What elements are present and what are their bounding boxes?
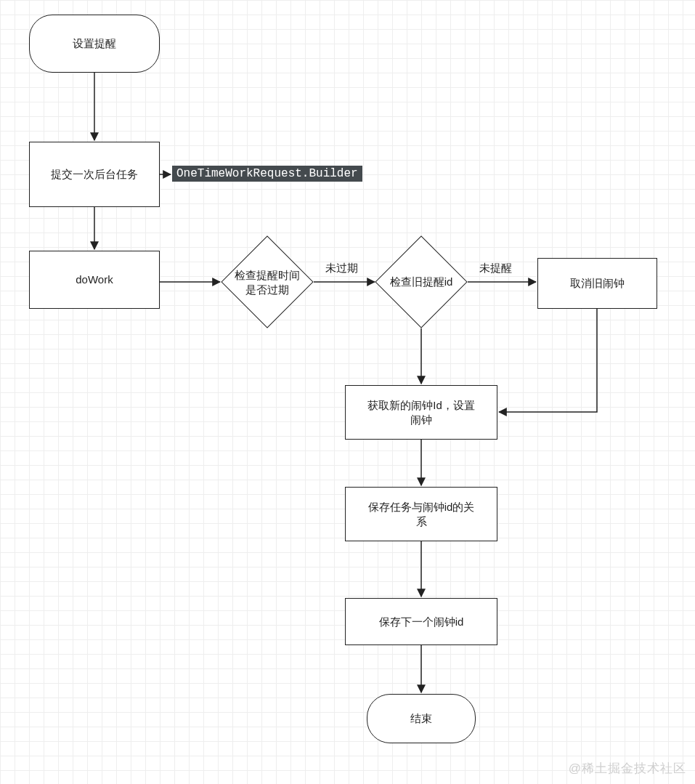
node-get-new-alarm: 获取新的闹钟Id，设置 闹钟 <box>345 385 497 440</box>
node-start: 设置提醒 <box>29 15 160 73</box>
node-save-relation-label: 保存任务与闹钟id的关 系 <box>368 500 475 528</box>
edge-label-not-expired: 未过期 <box>325 262 358 275</box>
node-end: 结束 <box>367 694 476 743</box>
node-save-next-label: 保存下一个闹钟id <box>379 615 464 629</box>
node-check-time-label: 检查提醒时间 是否过期 <box>235 268 300 296</box>
node-cancel-old-alarm: 取消旧闹钟 <box>537 258 657 309</box>
node-cancel-old-label: 取消旧闹钟 <box>570 276 625 291</box>
node-get-new-label: 获取新的闹钟Id，设置 闹钟 <box>367 398 475 427</box>
node-dowork: doWork <box>29 251 160 309</box>
node-end-label: 结束 <box>410 711 432 726</box>
node-check-old-id: 检查旧提醒id <box>389 249 454 315</box>
node-check-old-label: 检查旧提醒id <box>390 275 453 289</box>
node-check-time: 检查提醒时间 是否过期 <box>235 249 300 315</box>
node-save-relation: 保存任务与闹钟id的关 系 <box>345 487 497 541</box>
node-submit-label: 提交一次后台任务 <box>51 167 138 182</box>
node-save-next-id: 保存下一个闹钟id <box>345 598 497 645</box>
watermark: @稀土掘金技术社区 <box>569 760 686 777</box>
node-dowork-label: doWork <box>76 272 113 287</box>
node-start-label: 设置提醒 <box>73 36 116 51</box>
edge-cancel-getnew <box>499 309 597 412</box>
edge-label-not-reminded: 未提醒 <box>479 262 512 275</box>
code-annotation-text: OneTimeWorkRequest.Builder <box>176 167 358 180</box>
node-submit-task: 提交一次后台任务 <box>29 142 160 207</box>
code-annotation: OneTimeWorkRequest.Builder <box>172 166 362 182</box>
